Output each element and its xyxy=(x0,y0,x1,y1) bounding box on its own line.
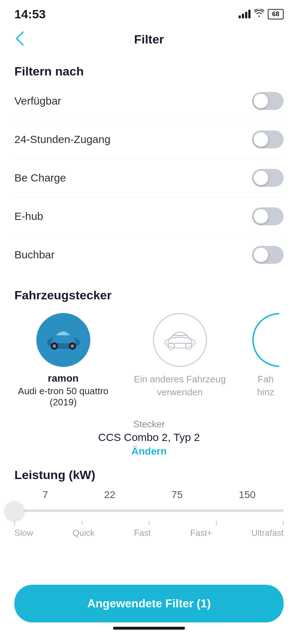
status-bar: 14:53 68 xyxy=(0,0,298,25)
vehicle-model-ramon: Audi e-tron 50 quattro (2019) xyxy=(14,386,112,408)
toggle-label-verfugbar: Verfügbar xyxy=(14,95,61,107)
slider-labels: Slow Quick Fast Fast+ Ultrafast xyxy=(14,528,284,538)
toggle-becharge[interactable] xyxy=(252,169,284,187)
toggle-ehub[interactable] xyxy=(252,207,284,225)
vehicle-cards: ramon Audi e-tron 50 quattro (2019) Ein … xyxy=(14,313,284,408)
toggle-label-ehub: E-hub xyxy=(14,210,43,222)
slider-label-ultrafast: Ultrafast xyxy=(252,528,284,538)
stecker-value: CCS Combo 2, Typ 2 xyxy=(14,431,284,443)
vehicle-card-ramon[interactable]: ramon Audi e-tron 50 quattro (2019) xyxy=(14,313,112,408)
vehicle-avatar-ramon xyxy=(36,313,90,367)
apply-filter-button[interactable]: Angewendete Filter (1) xyxy=(14,585,284,622)
toggle-verfugbar[interactable] xyxy=(252,92,284,110)
leistung-val-7: 7 xyxy=(42,489,48,501)
slider-label-quick: Quick xyxy=(72,528,94,538)
toggle-row-buchbar: Buchbar xyxy=(14,236,284,274)
toggle-row-ehub: E-hub xyxy=(14,197,284,236)
home-indicator xyxy=(113,627,185,630)
status-time: 14:53 xyxy=(14,7,46,21)
toggle-label-24stunden: 24-Stunden-Zugang xyxy=(14,133,110,146)
vehicle-section-heading: Fahrzeugstecker xyxy=(14,285,284,306)
slider-label-slow: Slow xyxy=(14,528,33,538)
vehicle-card-other[interactable]: Ein anderes Fahrzeug verwenden xyxy=(123,313,237,408)
tick-3 xyxy=(149,521,149,525)
toggle-row-becharge: Be Charge xyxy=(14,159,284,197)
leistung-title: Leistung (kW) xyxy=(14,468,284,482)
back-button[interactable] xyxy=(14,31,24,49)
toggle-label-buchbar: Buchbar xyxy=(14,249,55,261)
vehicle-section: Fahrzeugstecker xyxy=(0,274,298,411)
stecker-info: Stecker CCS Combo 2, Typ 2 Ändern xyxy=(0,411,298,461)
leistung-val-22: 22 xyxy=(104,489,115,501)
leistung-val-75: 75 xyxy=(171,489,182,501)
header: Filter xyxy=(0,25,298,54)
leistung-section: Leistung (kW) 7 22 75 150 Slow Quick Fas… xyxy=(0,461,298,545)
tick-4 xyxy=(216,521,217,525)
svg-point-4 xyxy=(71,344,74,348)
filter-section-heading: Filtern nach xyxy=(0,54,298,82)
vehicle-avatar-other xyxy=(153,313,207,367)
status-icons: 68 xyxy=(239,9,284,19)
toggle-buchbar[interactable] xyxy=(252,246,284,264)
toggle-knob xyxy=(254,171,268,185)
leistung-values: 7 22 75 150 xyxy=(14,489,284,501)
signal-icon xyxy=(239,10,250,18)
slider-thumb[interactable] xyxy=(5,501,24,520)
tick-5 xyxy=(283,521,284,525)
toggle-label-becharge: Be Charge xyxy=(14,172,66,184)
toggle-knob xyxy=(254,248,268,262)
stecker-change-button[interactable]: Ändern xyxy=(14,446,284,457)
vehicle-label-other: Ein anderes Fahrzeug verwenden xyxy=(123,373,237,399)
wifi-icon xyxy=(254,9,264,19)
tick-1 xyxy=(14,521,15,525)
toggle-knob xyxy=(254,94,268,108)
battery-icon: 68 xyxy=(268,9,284,19)
leistung-slider-container: Slow Quick Fast Fast+ Ultrafast xyxy=(14,509,284,542)
toggle-24stunden[interactable] xyxy=(252,130,284,148)
toggle-knob xyxy=(254,209,268,224)
toggle-row-24stunden: 24-Stunden-Zugang xyxy=(14,120,284,159)
svg-point-2 xyxy=(53,344,56,348)
toggle-list: Verfügbar 24-Stunden-Zugang Be Charge E-… xyxy=(0,82,298,274)
slider-label-fast: Fast xyxy=(134,528,151,538)
tick-2 xyxy=(82,521,82,525)
stecker-label: Stecker xyxy=(14,419,284,430)
vehicle-card-add[interactable]: Fahhinz xyxy=(248,313,284,408)
leistung-val-150: 150 xyxy=(239,489,256,501)
slider-label-fastplus: Fast+ xyxy=(190,528,212,538)
tick-marks xyxy=(14,521,284,525)
page-title: Filter xyxy=(134,32,164,46)
vehicle-name-ramon: ramon xyxy=(48,373,79,384)
vehicle-avatar-add xyxy=(252,313,279,367)
vehicle-label-add: Fahhinz xyxy=(257,373,274,399)
toggle-knob xyxy=(254,132,268,147)
toggle-row-verfugbar: Verfügbar xyxy=(14,82,284,120)
bottom-bar: Angewendete Filter (1) xyxy=(0,578,298,644)
slider-track[interactable] xyxy=(14,509,284,512)
